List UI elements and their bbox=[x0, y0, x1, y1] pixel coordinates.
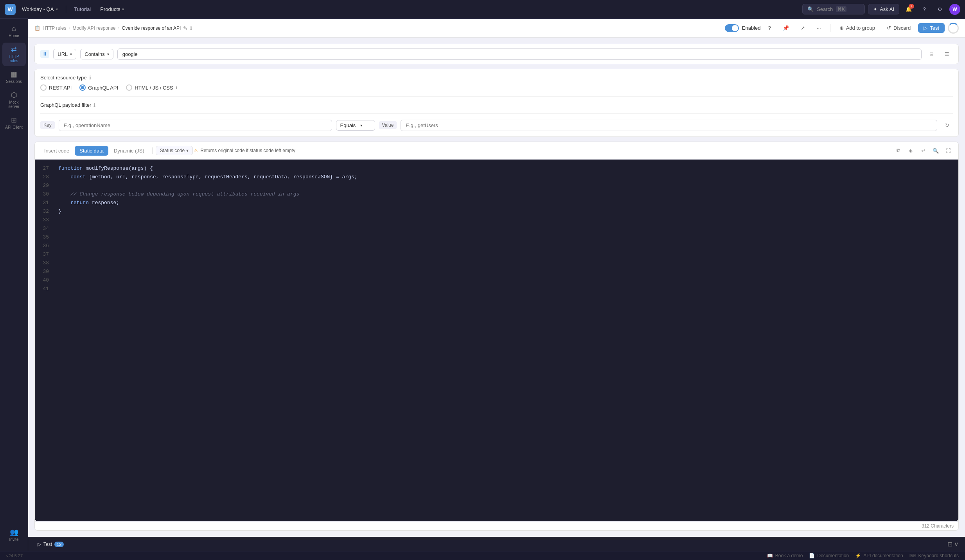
sidebar-item-mock-server[interactable]: ⬡ Mock server bbox=[2, 88, 26, 112]
equals-select[interactable]: Equals ▾ bbox=[336, 120, 375, 131]
rule-header: 📋 HTTP rules › Modify API response › Ove… bbox=[28, 19, 965, 38]
help-button[interactable]: ? bbox=[918, 3, 931, 16]
app-logo: W bbox=[5, 4, 16, 15]
nav-tutorial[interactable]: Tutorial bbox=[71, 5, 94, 14]
invite-icon: 👥 bbox=[10, 529, 18, 536]
sidebar-label-invite: Invite bbox=[9, 537, 19, 542]
test-button[interactable]: ▷ Test bbox=[918, 23, 945, 33]
line-num-27: 27 bbox=[38, 164, 49, 173]
code-content-area[interactable]: function modifyResponse(args) { const {m… bbox=[52, 160, 958, 521]
condition-value-input[interactable] bbox=[117, 48, 922, 60]
workspace-name: Workday - QA bbox=[22, 6, 54, 12]
notifications-button[interactable]: 🔔 7 bbox=[902, 3, 915, 16]
contains-label: Contains bbox=[84, 51, 104, 57]
rest-api-radio[interactable] bbox=[40, 84, 47, 91]
line-numbers: 27 28 29 30 31 32 33 34 35 36 37 38 30 4… bbox=[35, 160, 52, 521]
breadcrumb-current: Override response of an API bbox=[122, 25, 181, 31]
sidebar: ⌂ Home ⇄ HTTP rules ▦ Sessions ⬡ Mock se… bbox=[0, 19, 28, 551]
filter-icon-button[interactable]: ⊟ bbox=[925, 48, 937, 60]
workspace-arrow: ▾ bbox=[56, 7, 58, 11]
breadcrumb-modify-api[interactable]: Modify API response bbox=[72, 25, 115, 31]
refresh-button[interactable]: ↻ bbox=[941, 119, 953, 131]
workspace-selector[interactable]: Workday - QA ▾ bbox=[19, 5, 61, 14]
rest-api-option[interactable]: REST API bbox=[40, 84, 72, 91]
refresh-icon: ↻ bbox=[945, 122, 949, 128]
search-code-button[interactable]: 🔍 bbox=[930, 145, 941, 156]
edit-icon[interactable]: ✎ bbox=[183, 25, 188, 31]
line-num-37: 37 bbox=[38, 250, 49, 259]
test-tab[interactable]: ▷ Test 12 bbox=[34, 542, 67, 547]
pin-button[interactable]: 📌 bbox=[778, 23, 793, 33]
sidebar-label-api-client: API Client bbox=[5, 125, 22, 129]
html-js-css-option[interactable]: HTML / JS / CSS ℹ bbox=[126, 84, 177, 91]
sidebar-item-http-rules[interactable]: ⇄ HTTP rules bbox=[2, 43, 26, 66]
enabled-toggle[interactable] bbox=[725, 24, 739, 32]
discard-button[interactable]: ↺ Discard bbox=[882, 23, 915, 33]
graphql-api-option[interactable]: GraphQL API bbox=[79, 84, 118, 91]
status-code-select[interactable]: Status code ▾ bbox=[156, 146, 193, 155]
condition-row: If URL ▾ Contains ▾ ⊟ ☰ bbox=[34, 44, 959, 64]
condition-filter-button[interactable]: ☰ bbox=[941, 48, 953, 60]
test-count-badge: 12 bbox=[54, 542, 64, 547]
contains-select[interactable]: Contains ▾ bbox=[80, 49, 113, 59]
html-js-css-info-icon[interactable]: ℹ bbox=[176, 85, 177, 90]
tab-static-data[interactable]: Static data bbox=[75, 146, 108, 156]
more-options-button[interactable]: ··· bbox=[812, 23, 825, 33]
sidebar-item-invite[interactable]: 👥 Invite bbox=[2, 526, 26, 545]
graphql-api-label: GraphQL API bbox=[88, 85, 118, 91]
ask-ai-button[interactable]: ✦ Ask AI bbox=[868, 4, 899, 14]
copy-code-button[interactable]: ⧉ bbox=[893, 145, 904, 156]
fullscreen-button[interactable]: ⛶ bbox=[943, 145, 954, 156]
sidebar-item-home[interactable]: ⌂ Home bbox=[2, 22, 26, 41]
add-group-icon: ⊕ bbox=[839, 25, 844, 31]
tab-dynamic-js[interactable]: Dynamic (JS) bbox=[109, 146, 149, 156]
nav-products[interactable]: Products ▾ bbox=[97, 5, 127, 14]
book-demo-link[interactable]: 📖 Book a demo bbox=[767, 553, 803, 558]
split-view-button[interactable]: ⊡ ∨ bbox=[947, 540, 959, 548]
value-badge: Value bbox=[379, 121, 397, 129]
keyboard-shortcuts-label: Keyboard shortcuts bbox=[918, 553, 959, 558]
http-rules-icon: ⇄ bbox=[11, 46, 17, 53]
line-num-31: 31 bbox=[38, 199, 49, 207]
add-to-group-button[interactable]: ⊕ Add to group bbox=[835, 23, 879, 33]
graphql-api-radio[interactable] bbox=[79, 84, 86, 91]
version-label: v24.5.27 bbox=[6, 553, 23, 558]
line-num-28: 28 bbox=[38, 173, 49, 181]
line-num-40: 40 bbox=[38, 276, 49, 285]
user-avatar[interactable]: W bbox=[949, 4, 960, 15]
ellipsis-icon: ··· bbox=[817, 25, 821, 31]
graphql-filter-info-icon[interactable]: ℹ bbox=[93, 102, 95, 108]
sidebar-label-home: Home bbox=[9, 34, 19, 38]
settings-button[interactable]: ⚙ bbox=[934, 3, 946, 16]
copy-icon: ⧉ bbox=[897, 147, 900, 154]
tab-insert-code[interactable]: Insert code bbox=[40, 146, 74, 156]
status-code-arrow: ▾ bbox=[186, 148, 189, 153]
html-js-css-label: HTML / JS / CSS bbox=[135, 85, 173, 91]
wrap-code-button[interactable]: ↵ bbox=[918, 145, 929, 156]
format-code-button[interactable]: ◈ bbox=[905, 145, 916, 156]
breadcrumb-http-rules[interactable]: HTTP rules bbox=[43, 25, 66, 31]
char-count: 312 Characters bbox=[35, 521, 958, 530]
api-documentation-link[interactable]: ⚡ API documentation bbox=[855, 553, 903, 558]
key-input[interactable] bbox=[59, 120, 332, 131]
keyboard-icon: ⌨ bbox=[909, 553, 916, 558]
value-input[interactable] bbox=[401, 120, 937, 131]
nav-divider-1 bbox=[66, 5, 66, 13]
line-num-35: 35 bbox=[38, 233, 49, 242]
keyboard-shortcuts-link[interactable]: ⌨ Keyboard shortcuts bbox=[909, 553, 959, 558]
resource-type-info-icon[interactable]: ℹ bbox=[89, 75, 91, 81]
share-button[interactable]: ↗ bbox=[796, 23, 809, 33]
discard-label: Discard bbox=[893, 25, 911, 31]
enabled-label: Enabled bbox=[742, 25, 761, 31]
info-icon[interactable]: ℹ bbox=[190, 25, 192, 31]
sidebar-item-sessions[interactable]: ▦ Sessions bbox=[2, 68, 26, 87]
html-js-css-radio[interactable] bbox=[126, 84, 132, 91]
sidebar-bottom: 👥 Invite bbox=[2, 526, 26, 548]
code-editor[interactable]: 27 28 29 30 31 32 33 34 35 36 37 38 30 4… bbox=[35, 160, 958, 521]
sidebar-item-api-client[interactable]: ⊞ API Client bbox=[2, 113, 26, 133]
url-select[interactable]: URL ▾ bbox=[53, 49, 76, 59]
search-bar[interactable]: 🔍 Search ⌘K bbox=[802, 4, 865, 14]
documentation-link[interactable]: 📄 Documentation bbox=[809, 553, 849, 558]
help-tooltip-button[interactable]: ? bbox=[764, 23, 775, 33]
key-badge: Key bbox=[40, 121, 55, 129]
